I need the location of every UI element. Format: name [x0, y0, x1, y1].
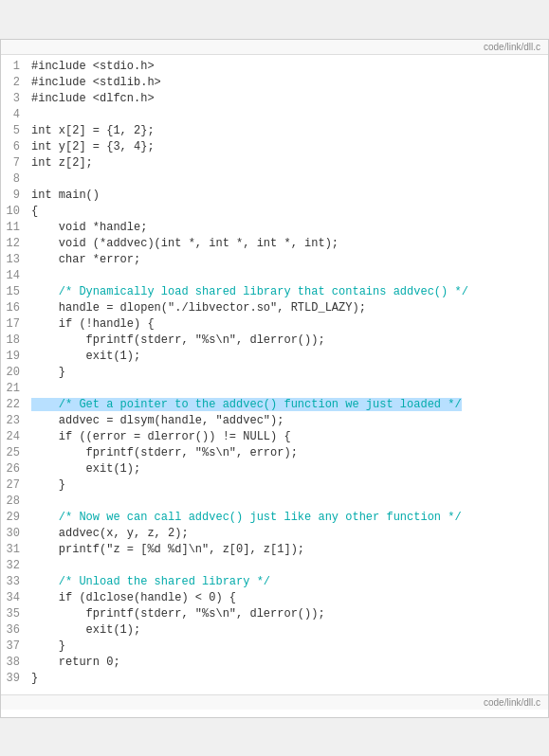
line-content: void (*addvec)(int *, int *, int *, int)… — [31, 236, 548, 252]
line-number: 37 — [1, 639, 31, 655]
code-line: 12 void (*addvec)(int *, int *, int *, i… — [1, 236, 548, 252]
line-number: 6 — [1, 139, 31, 155]
code-line: 4 — [1, 107, 548, 123]
line-content: #include <stdio.h> — [31, 59, 548, 75]
line-content: } — [31, 671, 548, 687]
code-line: 1#include <stdio.h> — [1, 59, 548, 75]
code-area: 1#include <stdio.h>2#include <stdlib.h>3… — [1, 55, 548, 691]
line-number: 26 — [1, 461, 31, 477]
line-content: { — [31, 204, 548, 220]
code-line: 13 char *error; — [1, 252, 548, 268]
line-content: fprintf(stderr, "%s\n", dlerror()); — [31, 606, 548, 622]
code-line: 19 exit(1); — [1, 349, 548, 365]
line-content: fprintf(stderr, "%s\n", error); — [31, 445, 548, 461]
code-line: 17 if (!handle) { — [1, 316, 548, 333]
code-line: 38 return 0; — [1, 655, 548, 671]
line-content: /* Now we can call addvec() just like an… — [31, 510, 548, 526]
line-content: if (dlclose(handle) < 0) { — [31, 590, 548, 606]
line-content: } — [31, 639, 548, 655]
line-content: addvec = dlsym(handle, "addvec"); — [31, 413, 548, 429]
line-number: 7 — [1, 155, 31, 171]
line-content: int main() — [31, 188, 548, 204]
line-content: printf("z = [%d %d]\n", z[0], z[1]); — [31, 542, 548, 558]
code-line: 15 /* Dynamically load shared library th… — [1, 284, 548, 300]
code-line: 22 /* Get a pointer to the addvec() func… — [1, 397, 548, 413]
code-line: 29 /* Now we can call addvec() just like… — [1, 510, 548, 526]
code-line: 27 } — [1, 477, 548, 494]
line-content: /* Dynamically load shared library that … — [31, 284, 548, 300]
code-line: 23 addvec = dlsym(handle, "addvec"); — [1, 413, 548, 429]
line-content: #include <dlfcn.h> — [31, 91, 548, 107]
line-number: 30 — [1, 526, 31, 542]
line-number: 8 — [1, 171, 31, 188]
line-content: /* Unload the shared library */ — [31, 574, 548, 590]
line-number: 4 — [1, 107, 31, 123]
line-number: 9 — [1, 188, 31, 204]
code-line: 7int z[2]; — [1, 155, 548, 171]
line-content: } — [31, 365, 548, 381]
line-number: 25 — [1, 445, 31, 461]
code-line: 35 fprintf(stderr, "%s\n", dlerror()); — [1, 606, 548, 622]
line-content: return 0; — [31, 655, 548, 671]
line-content: if (!handle) { — [31, 316, 548, 333]
line-number: 5 — [1, 123, 31, 139]
code-line: 2#include <stdlib.h> — [1, 75, 548, 91]
line-number: 28 — [1, 494, 31, 510]
code-line: 18 fprintf(stderr, "%s\n", dlerror()); — [1, 333, 548, 349]
code-line: 25 fprintf(stderr, "%s\n", error); — [1, 445, 548, 461]
line-number: 33 — [1, 574, 31, 590]
line-number: 38 — [1, 655, 31, 671]
line-content: exit(1); — [31, 349, 548, 365]
line-number: 16 — [1, 300, 31, 316]
line-number: 1 — [1, 59, 31, 75]
line-content: /* Get a pointer to the addvec() functio… — [31, 397, 548, 413]
file-label-top: code/link/dll.c — [1, 40, 548, 55]
code-line: 34 if (dlclose(handle) < 0) { — [1, 590, 548, 606]
line-number: 29 — [1, 510, 31, 526]
code-line: 10{ — [1, 204, 548, 220]
file-label-bottom: code/link/dll.c — [1, 694, 548, 710]
line-number: 39 — [1, 671, 31, 687]
line-number: 3 — [1, 91, 31, 107]
line-number: 15 — [1, 284, 31, 300]
line-number: 23 — [1, 413, 31, 429]
line-number: 12 — [1, 236, 31, 252]
line-number: 34 — [1, 590, 31, 606]
line-number: 13 — [1, 252, 31, 268]
line-number: 22 — [1, 397, 31, 413]
line-content: #include <stdlib.h> — [31, 75, 548, 91]
code-line: 6int y[2] = {3, 4}; — [1, 139, 548, 155]
code-line: 36 exit(1); — [1, 622, 548, 639]
line-number: 14 — [1, 268, 31, 284]
line-number: 10 — [1, 204, 31, 220]
line-content: addvec(x, y, z, 2); — [31, 526, 548, 542]
line-number: 31 — [1, 542, 31, 558]
line-number: 35 — [1, 606, 31, 622]
line-number: 19 — [1, 349, 31, 365]
code-line: 16 handle = dlopen("./libvector.so", RTL… — [1, 300, 548, 316]
line-content: handle = dlopen("./libvector.so", RTLD_L… — [31, 300, 548, 316]
code-line: 5int x[2] = {1, 2}; — [1, 123, 548, 139]
line-content: int x[2] = {1, 2}; — [31, 123, 548, 139]
code-line: 24 if ((error = dlerror()) != NULL) { — [1, 429, 548, 445]
line-number: 24 — [1, 429, 31, 445]
code-line: 14 — [1, 268, 548, 284]
line-number: 32 — [1, 558, 31, 574]
code-line: 9int main() — [1, 188, 548, 204]
line-content: void *handle; — [31, 220, 548, 236]
code-line: 11 void *handle; — [1, 220, 548, 236]
code-line: 30 addvec(x, y, z, 2); — [1, 526, 548, 542]
line-content: int z[2]; — [31, 155, 548, 171]
code-line: 3#include <dlfcn.h> — [1, 91, 548, 107]
line-number: 2 — [1, 75, 31, 91]
line-number: 20 — [1, 365, 31, 381]
code-line: 20 } — [1, 365, 548, 381]
code-line: 39} — [1, 671, 548, 687]
line-number: 11 — [1, 220, 31, 236]
line-content: exit(1); — [31, 622, 548, 639]
code-line: 37 } — [1, 639, 548, 655]
line-content: int y[2] = {3, 4}; — [31, 139, 548, 155]
code-line: 31 printf("z = [%d %d]\n", z[0], z[1]); — [1, 542, 548, 558]
line-number: 17 — [1, 316, 31, 333]
code-line: 28 — [1, 494, 548, 510]
